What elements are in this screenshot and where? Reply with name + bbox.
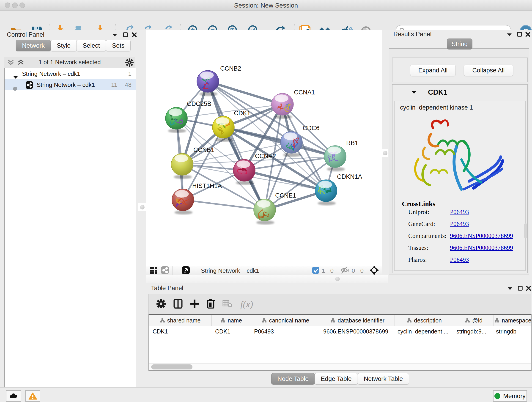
main-toolbar: ?	[0, 11, 532, 30]
tab-network[interactable]: Network	[16, 40, 51, 51]
section-collapse-icon[interactable]	[411, 90, 417, 96]
crosslink-label: Tissues:	[408, 244, 428, 251]
table-panel-title: Table Panel	[151, 285, 183, 292]
crosslink-row: Compartments:9606.ENSP00000378699	[408, 232, 523, 240]
table-header-row: shared namenamecanonical namedatabase id…	[149, 315, 531, 326]
crosslink-link[interactable]: P06493	[450, 209, 469, 216]
hidden-eye-icon[interactable]	[340, 267, 349, 275]
panel-close-icon[interactable]	[525, 32, 531, 38]
tab-string[interactable]: String	[447, 38, 472, 50]
crosslink-link[interactable]: 9606.ENSP00000378699	[450, 244, 513, 251]
hierarchy-icon	[262, 318, 267, 323]
add-column-icon[interactable]	[190, 299, 199, 310]
memory-button[interactable]: Memory	[493, 390, 527, 402]
node-label-CDK1: CDK1	[234, 110, 250, 117]
warning-button[interactable]	[25, 390, 40, 402]
network-view-icon[interactable]	[161, 266, 169, 275]
crosslink-label: Compartments:	[408, 232, 446, 239]
node-label-CDC25B: CDC25B	[187, 100, 211, 107]
crosslink-label: Uniprot:	[408, 209, 429, 216]
cloud-button[interactable]	[6, 390, 21, 402]
table-settings-gear-icon[interactable]	[156, 299, 166, 310]
network-canvas[interactable]: CCNB2CCNA1CDC25BCDK1CDC6RB1CCNB1CCNA2CDK…	[146, 30, 382, 266]
table-cell[interactable]: 9606.ENSP00000378699	[320, 326, 394, 337]
tab-select[interactable]: Select	[76, 40, 106, 51]
expand-all-button[interactable]: Expand All	[410, 65, 456, 76]
node-label-CDKN1A: CDKN1A	[337, 173, 362, 180]
selected-checkbox-icon[interactable]	[312, 267, 319, 275]
hidden-count: 0 - 0	[352, 267, 364, 274]
crosslink-link[interactable]: P06493	[450, 220, 469, 228]
left-splitter[interactable]	[139, 30, 146, 387]
memory-status-dot	[494, 393, 500, 399]
birdseye-crosshair-icon[interactable]	[370, 266, 379, 276]
edge-CDK1-RB1[interactable]	[223, 127, 335, 157]
table-cell[interactable]: CDK1	[211, 326, 250, 337]
panel-float-icon[interactable]	[517, 32, 522, 38]
status-separator	[337, 266, 337, 275]
table-cell[interactable]: cyclin–dependent ...	[394, 326, 453, 337]
panel-menu-icon[interactable]	[112, 33, 118, 38]
panel-close-icon[interactable]	[526, 286, 531, 292]
crosslink-link[interactable]: 9606.ENSP00000378699	[450, 232, 513, 240]
node-label-RB1: RB1	[346, 140, 358, 147]
panel-float-icon[interactable]	[518, 286, 523, 292]
network-collection-row[interactable]: String Network – cdk1 1	[5, 68, 136, 79]
edge-CCNB2-CCNA1[interactable]	[208, 81, 283, 104]
network-collection-label: String Network – cdk1	[22, 68, 80, 79]
grid-view-icon[interactable]	[149, 266, 157, 275]
delete-column-icon[interactable]	[206, 298, 215, 310]
network-options-gear-icon[interactable]	[125, 58, 134, 68]
table-cell[interactable]: CDK1	[149, 326, 211, 337]
node-CDC6[interactable]: CDC6	[280, 125, 320, 157]
show-columns-icon[interactable]	[173, 299, 183, 310]
panel-menu-icon[interactable]	[507, 287, 513, 292]
column-header-namespace[interactable]: namespace	[494, 315, 532, 326]
clear-table-icon[interactable]	[222, 300, 233, 309]
column-header-name[interactable]: name	[212, 315, 251, 326]
table-cell[interactable]: stringdb:9...	[453, 326, 492, 337]
hierarchy-icon	[160, 318, 165, 323]
memory-label: Memory	[503, 393, 526, 400]
node-HIST1H1A[interactable]: HIST1H1A	[172, 182, 222, 215]
node-CCNE1[interactable]: CCNE1	[254, 192, 296, 225]
node-RB1[interactable]: RB1	[324, 140, 358, 171]
panel-menu-icon[interactable]	[506, 32, 512, 38]
column-header-canonical-name[interactable]: canonical name	[251, 315, 320, 326]
crosslink-link[interactable]: P06493	[450, 256, 469, 263]
tab-network-table[interactable]: Network Table	[358, 373, 409, 385]
hierarchy-icon	[407, 318, 412, 323]
column-header--id[interactable]: @id	[454, 315, 494, 326]
column-header-description[interactable]: description	[395, 315, 454, 326]
table-cell[interactable]: stringdb	[492, 326, 531, 337]
table-cell[interactable]: P06493	[250, 326, 320, 337]
gene-description: cyclin–dependent kinase 1	[400, 104, 473, 111]
table-hscrollbar[interactable]	[149, 363, 531, 370]
panel-close-icon[interactable]	[132, 32, 137, 38]
tab-style[interactable]: Style	[51, 40, 77, 51]
network-graph[interactable]: CCNB2CCNA1CDC25BCDK1CDC6RB1CCNB1CCNA2CDK…	[146, 30, 382, 266]
tab-node-table[interactable]: Node Table	[271, 373, 315, 385]
node-label-HIST1H1A: HIST1H1A	[192, 182, 222, 189]
tab-sets[interactable]: Sets	[106, 40, 131, 51]
column-header-database-identifier[interactable]: database identifier	[320, 315, 395, 326]
gene-details: cyclin–dependent kinase 1	[394, 101, 526, 271]
collapse-all-button[interactable]: Collapse All	[464, 65, 513, 76]
crosslink-row: Uniprot:P06493	[408, 209, 523, 216]
right-splitter[interactable]	[382, 30, 388, 275]
node-CDKN1A[interactable]: CDKN1A	[315, 173, 362, 205]
hierarchy-icon	[330, 318, 336, 323]
results-scrollbar[interactable]	[524, 223, 527, 238]
results-panel-title: Results Panel	[393, 31, 432, 38]
node-table[interactable]: shared namenamecanonical namedatabase id…	[148, 314, 532, 371]
function-builder-icon[interactable]: f(x)	[240, 299, 253, 310]
tab-edge-table[interactable]: Edge Table	[315, 373, 358, 385]
detach-view-icon[interactable]	[182, 266, 190, 275]
panel-float-icon[interactable]	[123, 32, 128, 38]
edge-HIST1H1A-CCNE1[interactable]	[183, 200, 265, 210]
network-row[interactable]: String Network – cdk1 11 48	[5, 79, 136, 90]
control-panel-tabs: NetworkStyleSelectSets	[16, 40, 131, 51]
window-title: Session: New Session	[0, 2, 532, 9]
column-header-shared-name[interactable]: shared name	[149, 315, 212, 326]
table-row[interactable]: CDK1CDK1P064939606.ENSP00000378699cyclin…	[149, 326, 531, 337]
